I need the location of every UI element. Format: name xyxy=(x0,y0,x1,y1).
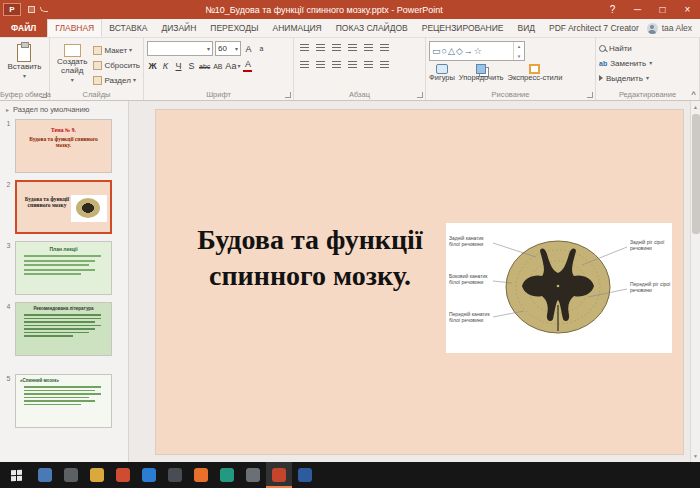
current-slide[interactable]: Будова та функції спинного мозку. xyxy=(156,110,683,454)
taskbar-app-icon[interactable] xyxy=(32,462,58,488)
dialog-launcher-icon[interactable] xyxy=(41,92,47,98)
start-button[interactable] xyxy=(0,462,32,488)
indent-increase-button[interactable] xyxy=(345,41,359,55)
spinal-cord-diagram[interactable]: Задній канатик білої речовини Боковий ка… xyxy=(446,223,672,353)
app-icon xyxy=(194,468,208,482)
undo-icon[interactable] xyxy=(40,7,48,12)
numbering-button[interactable] xyxy=(313,41,327,55)
save-icon[interactable] xyxy=(28,6,35,13)
section-button[interactable]: Раздел ▾ xyxy=(93,73,140,87)
italic-button[interactable]: К xyxy=(160,59,171,73)
find-button[interactable]: Найти xyxy=(599,41,696,55)
quick-access-toolbar xyxy=(28,6,48,13)
align-center-button[interactable] xyxy=(313,58,327,72)
text-shadow-button[interactable]: S xyxy=(186,59,197,73)
taskbar-app-icon[interactable] xyxy=(110,462,136,488)
slide-3-text-lines xyxy=(16,252,111,275)
strikethrough-button[interactable]: abc xyxy=(199,59,210,73)
align-left-button[interactable] xyxy=(297,58,311,72)
taskbar-app-icon[interactable] xyxy=(292,462,318,488)
new-slide-button[interactable]: Создать слайд ▾ xyxy=(53,41,91,87)
paste-button[interactable]: Вставить ▾ xyxy=(6,41,44,87)
ellipse-shape-icon[interactable]: ○ xyxy=(442,46,447,56)
shapes-button[interactable]: Фигуры xyxy=(429,64,455,82)
star-shape-icon[interactable]: ☆ xyxy=(474,46,482,56)
font-color-letter: А xyxy=(245,60,251,69)
taskbar-app-icon[interactable] xyxy=(162,462,188,488)
taskbar-app-icon[interactable] xyxy=(188,462,214,488)
app-icon xyxy=(246,468,260,482)
scroll-down-icon[interactable]: ▼ xyxy=(691,450,700,462)
smartart-convert-button[interactable] xyxy=(377,58,391,72)
underline-button[interactable]: Ч xyxy=(173,59,184,73)
indent-decrease-button[interactable] xyxy=(329,41,343,55)
arrow-shape-icon[interactable]: → xyxy=(464,46,473,56)
section-header[interactable]: ▸ Раздел по умолчанию xyxy=(0,101,128,116)
font-name-combo[interactable]: ▾ xyxy=(147,41,213,56)
app-icon xyxy=(298,468,312,482)
slide-4-thumbnail[interactable]: Рекомендована література xyxy=(15,302,112,356)
tab-review[interactable]: РЕЦЕНЗИРОВАНИЕ xyxy=(415,19,511,37)
help-button[interactable]: ? xyxy=(600,0,625,19)
replace-button[interactable]: ab Заменить ▾ xyxy=(599,56,696,70)
tab-pdf-architect[interactable]: PDF Architect 7 Creator xyxy=(542,19,646,37)
taskbar-app-icon[interactable] xyxy=(214,462,240,488)
maximize-button[interactable]: □ xyxy=(650,0,675,19)
tab-insert[interactable]: ВСТАВКА xyxy=(102,19,154,37)
arrange-button[interactable]: Упорядочить xyxy=(459,64,504,82)
reset-button[interactable]: Сбросить xyxy=(93,58,140,72)
tab-transitions[interactable]: ПЕРЕХОДЫ xyxy=(203,19,265,37)
dialog-launcher-icon[interactable] xyxy=(417,92,423,98)
columns-button[interactable] xyxy=(361,58,375,72)
gallery-scroll-down-icon[interactable]: ▾ xyxy=(518,53,521,59)
bullets-button[interactable] xyxy=(297,41,311,55)
scrollbar-thumb[interactable] xyxy=(692,114,700,234)
grow-font-button[interactable]: А xyxy=(243,42,254,56)
dialog-launcher-icon[interactable] xyxy=(285,92,291,98)
rectangle-shape-icon[interactable]: ▭ xyxy=(432,46,441,56)
tab-animations[interactable]: АНИМАЦИЯ xyxy=(266,19,329,37)
slide-4-text-lines xyxy=(16,311,111,337)
taskbar-app-icon[interactable] xyxy=(58,462,84,488)
dialog-launcher-icon[interactable] xyxy=(587,92,593,98)
tab-slideshow[interactable]: ПОКАЗ СЛАЙДОВ xyxy=(329,19,415,37)
taskbar-app-icon[interactable] xyxy=(240,462,266,488)
align-right-button[interactable] xyxy=(329,58,343,72)
bold-button[interactable]: Ж xyxy=(147,59,158,73)
font-size-combo[interactable]: 60▾ xyxy=(215,41,241,56)
triangle-shape-icon[interactable]: △ xyxy=(448,46,455,56)
slide-1-thumbnail[interactable]: Тема № 9. Будова та функції спинного моз… xyxy=(15,119,112,173)
close-button[interactable]: × xyxy=(675,0,700,19)
drawing-buttons: Фигуры Упорядочить Экспресс-стили xyxy=(429,64,592,82)
taskbar-app-icon[interactable] xyxy=(136,462,162,488)
minimize-button[interactable]: ─ xyxy=(625,0,650,19)
scroll-up-icon[interactable]: ▲ xyxy=(691,101,700,113)
line-spacing-icon xyxy=(364,44,373,52)
change-case-button[interactable]: Аа▾ xyxy=(225,59,240,73)
text-direction-button[interactable] xyxy=(377,41,391,55)
tab-design[interactable]: ДИЗАЙН xyxy=(154,19,203,37)
slide-thumbnail-row: 5 «Спинний мозок» xyxy=(2,374,124,428)
gallery-scroll-up-icon[interactable]: ▴ xyxy=(518,43,521,49)
slide-3-thumbnail[interactable]: План лекції xyxy=(15,241,112,295)
slide-2-thumbnail[interactable]: Будова та функції спинного мозку xyxy=(15,180,112,234)
slide-5-thumbnail[interactable]: «Спинний мозок» xyxy=(15,374,112,428)
vertical-scrollbar[interactable]: ▲ ▼ xyxy=(690,101,700,462)
line-spacing-button[interactable] xyxy=(361,41,375,55)
diamond-shape-icon[interactable]: ◇ xyxy=(456,46,463,56)
tab-home[interactable]: ГЛАВНАЯ xyxy=(47,19,102,37)
slide-title-textbox[interactable]: Будова та функції спинного мозку. xyxy=(186,222,434,294)
character-spacing-button[interactable]: АВ xyxy=(212,59,223,73)
tab-file[interactable]: ФАЙЛ xyxy=(0,19,47,37)
taskbar-app-icon[interactable] xyxy=(84,462,110,488)
layout-button[interactable]: Макет ▾ xyxy=(93,43,140,57)
shrink-font-button[interactable]: а xyxy=(256,42,267,56)
user-name[interactable]: taa Alex xyxy=(662,23,692,33)
select-button[interactable]: Выделить ▾ xyxy=(599,71,696,85)
quick-styles-button[interactable]: Экспресс-стили xyxy=(508,64,563,82)
taskbar-powerpoint-icon[interactable] xyxy=(266,462,292,488)
justify-button[interactable] xyxy=(345,58,359,72)
font-color-button[interactable]: А xyxy=(242,59,253,73)
tab-view[interactable]: ВИД xyxy=(510,19,542,37)
collapse-ribbon-icon[interactable]: ^ xyxy=(691,90,696,99)
